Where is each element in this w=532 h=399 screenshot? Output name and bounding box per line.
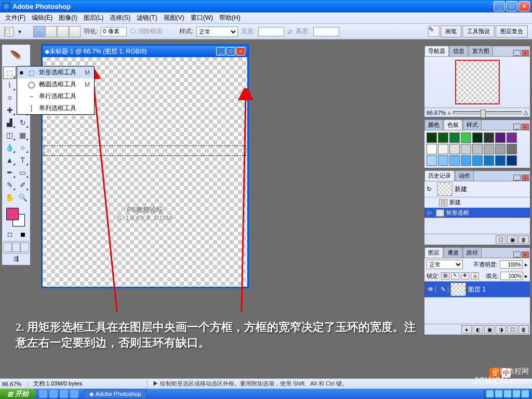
feather-input[interactable] bbox=[101, 27, 127, 36]
flyout-singlecol-marquee[interactable]: ┆ 单列选框工具 bbox=[17, 102, 94, 114]
selection-add-icon[interactable] bbox=[45, 26, 57, 37]
tool-heal[interactable]: ✚ bbox=[3, 104, 16, 116]
screenmode-menubar-icon[interactable] bbox=[12, 243, 21, 252]
layer-fx-icon[interactable]: ● bbox=[461, 325, 472, 334]
menu-help[interactable]: 帮助(H) bbox=[216, 12, 244, 23]
swatch[interactable] bbox=[449, 155, 460, 166]
tray-icon[interactable] bbox=[504, 390, 511, 397]
swatch[interactable] bbox=[449, 132, 460, 143]
window-close[interactable]: × bbox=[518, 1, 530, 11]
layer-item[interactable]: 👁 ✎ 图层 1 bbox=[424, 282, 530, 298]
swatch[interactable] bbox=[495, 144, 506, 154]
dock-tab-toolpresets[interactable]: 工具预设 bbox=[462, 25, 495, 37]
new-state-icon[interactable]: ▣ bbox=[507, 235, 517, 244]
trash-icon[interactable]: 🗑 bbox=[518, 235, 529, 244]
panel-min-icon[interactable]: _ bbox=[513, 50, 521, 56]
lock-all-icon[interactable]: 🔒 bbox=[471, 272, 479, 280]
tab-layers[interactable]: 图层 bbox=[424, 247, 443, 258]
swatch[interactable] bbox=[438, 132, 448, 143]
ql-icon[interactable] bbox=[60, 390, 68, 398]
dock-tab-brushes[interactable]: 画笔 bbox=[441, 25, 461, 37]
style-select[interactable]: 正常 bbox=[196, 26, 238, 37]
tool-gradient[interactable]: ▦ bbox=[16, 129, 29, 141]
swatch[interactable] bbox=[461, 144, 471, 154]
tool-history-brush[interactable]: ↻ bbox=[16, 116, 29, 129]
dock-tab-layercomps[interactable]: 图层复合 bbox=[496, 25, 528, 37]
panel-close-icon[interactable]: × bbox=[522, 175, 529, 181]
foreground-color[interactable] bbox=[6, 208, 19, 220]
swatch[interactable] bbox=[438, 144, 448, 154]
selection-subtract-icon[interactable] bbox=[57, 26, 69, 37]
tab-history[interactable]: 历史记录 bbox=[424, 170, 455, 181]
history-item-marquee[interactable]: ▷ ⬚ 矩形选框 bbox=[424, 208, 530, 218]
lock-move-icon[interactable]: ✥ bbox=[461, 272, 469, 280]
navigator-zoom[interactable]: 66.67% bbox=[427, 110, 446, 116]
swatch[interactable] bbox=[427, 132, 437, 143]
quickmask-off-icon[interactable]: ◻ bbox=[3, 229, 16, 240]
panel-close-icon[interactable]: × bbox=[522, 251, 529, 258]
swatch[interactable] bbox=[495, 132, 506, 143]
swatch[interactable] bbox=[438, 155, 448, 166]
swatch[interactable] bbox=[507, 155, 517, 166]
tab-paths[interactable]: 路径 bbox=[463, 247, 482, 258]
quickmask-on-icon[interactable]: ◼ bbox=[16, 229, 29, 240]
swatch[interactable] bbox=[484, 155, 494, 166]
swatch[interactable] bbox=[507, 132, 517, 143]
doc-close[interactable]: × bbox=[236, 47, 245, 56]
swatch[interactable] bbox=[427, 144, 437, 154]
fill-input[interactable] bbox=[500, 272, 523, 280]
goto-imageready-icon[interactable]: ⇶ bbox=[3, 253, 29, 264]
tool-blur[interactable]: 💧 bbox=[3, 141, 16, 154]
ql-icon[interactable] bbox=[39, 390, 47, 398]
menu-filter[interactable]: 滤镜(T) bbox=[134, 12, 160, 23]
swatch[interactable] bbox=[449, 144, 460, 154]
tab-actions[interactable]: 动作 bbox=[455, 170, 474, 181]
menu-select[interactable]: 选择(S) bbox=[107, 12, 134, 23]
lock-paint-icon[interactable]: ✎ bbox=[451, 272, 459, 280]
taskbar-app[interactable]: ◆ Adobe Photoshop bbox=[84, 389, 147, 398]
tool-hand[interactable]: ✋ bbox=[3, 191, 16, 204]
panel-min-icon[interactable]: _ bbox=[513, 251, 521, 258]
active-layer-icon[interactable]: ✎ bbox=[438, 286, 448, 293]
menu-window[interactable]: 窗口(W) bbox=[188, 12, 216, 23]
swatch[interactable] bbox=[472, 155, 483, 166]
tab-channels[interactable]: 通道 bbox=[444, 247, 462, 258]
new-fill-icon[interactable]: ◑ bbox=[496, 325, 506, 334]
screenmode-full-icon[interactable] bbox=[20, 243, 29, 252]
tray-icon[interactable] bbox=[522, 390, 529, 397]
tab-color[interactable]: 颜色 bbox=[424, 119, 443, 130]
menu-edit[interactable]: 编辑(E) bbox=[29, 12, 56, 23]
layer-name[interactable]: 图层 1 bbox=[468, 285, 486, 294]
tab-styles[interactable]: 样式 bbox=[463, 119, 482, 130]
tool-path-select[interactable]: ▲ bbox=[3, 154, 16, 166]
tool-dodge[interactable]: ○ bbox=[16, 141, 29, 154]
status-docinfo[interactable]: 文档:1.03M/0 bytes bbox=[33, 380, 148, 388]
zoom-slider[interactable] bbox=[453, 111, 522, 114]
tool-zoom[interactable]: 🔍 bbox=[16, 191, 29, 204]
ql-icon[interactable] bbox=[70, 390, 78, 398]
swatch[interactable] bbox=[427, 155, 437, 166]
menu-file[interactable]: 文件(F) bbox=[2, 12, 29, 23]
status-zoom[interactable]: 66.67% bbox=[2, 381, 28, 387]
tray-icon[interactable] bbox=[495, 390, 502, 397]
tab-histogram[interactable]: 直方图 bbox=[469, 46, 493, 56]
tool-preset-dropdown-icon[interactable]: ▾ bbox=[17, 28, 23, 35]
fill-dropdown-icon[interactable]: ▸ bbox=[525, 273, 528, 280]
start-button[interactable]: ⊞ 开始 bbox=[0, 389, 36, 399]
lock-transparent-icon[interactable]: ▨ bbox=[441, 272, 449, 280]
selection-new-icon[interactable] bbox=[33, 26, 45, 37]
swatch[interactable] bbox=[484, 132, 494, 143]
flyout-ellipse-marquee[interactable]: ◯ 椭圆选框工具 M bbox=[17, 78, 94, 90]
ql-icon[interactable] bbox=[49, 390, 58, 398]
screenmode-standard-icon[interactable] bbox=[3, 243, 12, 252]
layer-mask-icon[interactable]: ◐ bbox=[473, 325, 483, 334]
menu-image[interactable]: 图像(I) bbox=[56, 12, 80, 23]
tab-swatches[interactable]: 色板 bbox=[444, 119, 462, 130]
tab-info[interactable]: 信息 bbox=[449, 46, 468, 56]
tray-icon[interactable] bbox=[513, 390, 520, 397]
opacity-input[interactable] bbox=[500, 260, 523, 269]
tool-shape[interactable]: ▭ bbox=[16, 166, 29, 179]
swatch[interactable] bbox=[461, 132, 471, 143]
selection-intersect-icon[interactable] bbox=[69, 26, 81, 37]
panel-close-icon[interactable]: × bbox=[522, 50, 529, 56]
